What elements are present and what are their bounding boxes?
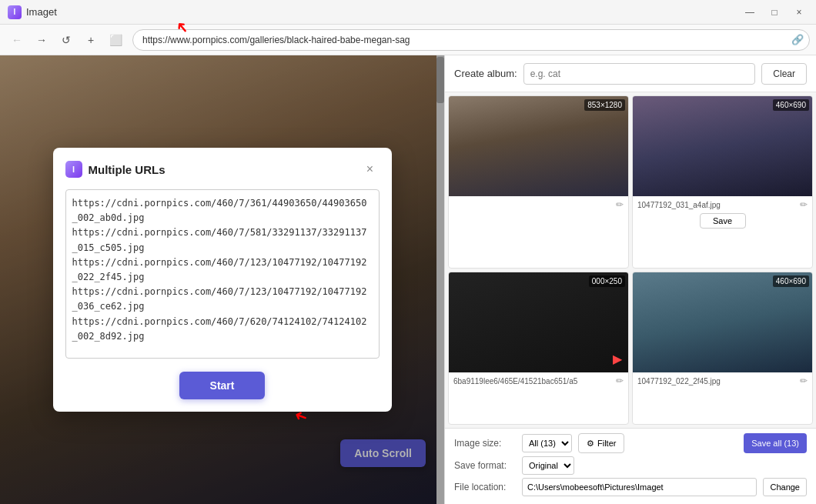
image-size-label: Image size: (454, 438, 516, 449)
app-title: Imaget (26, 6, 57, 18)
save-button[interactable]: Save (700, 213, 746, 229)
modal-overlay: I Multiple URLs × Start ➜ (0, 55, 444, 504)
image-size-select[interactable]: All (13) (522, 434, 572, 452)
image-thumbnail: 000×250 ▶ (449, 272, 628, 372)
browser-panel: Auto Scroll I Multiple URLs × Start ➜ (0, 55, 444, 504)
nav-bar: ← → ↺ + ⬜ ➜ 🔗 (0, 25, 816, 55)
file-location-row: File location: Change (454, 478, 807, 496)
minimize-button[interactable]: — (741, 3, 759, 22)
image-card: 460×690 10477192_022_2f45.jpg ✏ (632, 272, 813, 425)
edit-icon[interactable]: ✏ (800, 199, 808, 210)
save-format-select[interactable]: Original (522, 456, 574, 475)
create-album-bar: Create album: Clear (445, 55, 816, 92)
file-location-label: File location: (454, 482, 516, 492)
start-button[interactable]: Start (179, 372, 266, 399)
filter-icon: ⚙ (587, 439, 594, 449)
change-button[interactable]: Change (763, 478, 807, 496)
thumbnail-image (449, 272, 628, 372)
edit-icon[interactable]: ✏ (616, 375, 624, 386)
image-filename: 10477192_022_2f45.jpg (637, 377, 797, 386)
image-thumbnail: 853×1280 (449, 96, 628, 196)
refresh-button[interactable]: ↺ (55, 29, 77, 51)
maximize-button[interactable]: □ (765, 3, 784, 22)
image-info: 10477192_022_2f45.jpg ✏ (633, 372, 812, 389)
urls-textarea[interactable] (65, 189, 380, 359)
url-bar-container: 🔗 (132, 29, 810, 51)
bottom-controls: Image size: All (13) ⚙ Filter Save all (… (445, 428, 816, 504)
red-arrow-start: ➜ (292, 406, 310, 428)
image-filename: 10477192_031_a4af.jpg (637, 201, 797, 209)
file-location-input[interactable] (522, 478, 757, 496)
image-card: 853×1280 ✏ (448, 95, 629, 269)
play-icon: ▶ (613, 352, 622, 366)
save-format-label: Save format: (454, 460, 516, 471)
create-album-label: Create album: (454, 68, 517, 79)
image-filename: 6ba9119lee6/465E/41521bac651/a5 (453, 377, 613, 386)
edit-icon[interactable]: ✏ (616, 199, 624, 210)
modal-icon: I (65, 161, 82, 178)
image-badge: 460×690 (773, 275, 809, 287)
window-controls: — □ × (741, 3, 808, 22)
image-size-row: Image size: All (13) ⚙ Filter Save all (… (454, 433, 807, 453)
modal-footer: Start ➜ (65, 372, 380, 399)
modal-title: Multiple URLs (89, 163, 166, 176)
album-input[interactable] (523, 63, 756, 85)
back-button[interactable]: ← (6, 29, 28, 51)
edit-icon[interactable]: ✏ (800, 375, 808, 386)
right-panel: Create album: Clear 853×1280 ✏ (444, 55, 816, 504)
forward-button[interactable]: → (31, 29, 52, 51)
app-icon: I (8, 5, 22, 19)
image-card: 000×250 ▶ 6ba9119lee6/465E/41521bac651/a… (448, 272, 629, 425)
filter-button[interactable]: ⚙ Filter (578, 433, 624, 453)
modal-header: I Multiple URLs × (65, 160, 380, 179)
title-bar: I Imaget — □ × (0, 0, 816, 25)
image-info: 10477192_031_a4af.jpg ✏ (633, 196, 812, 213)
thumbnail-image (633, 272, 812, 372)
close-button[interactable]: × (790, 3, 808, 22)
modal-close-button[interactable]: × (361, 160, 380, 179)
thumbnail-image (449, 96, 628, 196)
share-icon[interactable]: 🔗 (791, 34, 804, 45)
new-tab-button[interactable]: + (80, 29, 102, 51)
save-format-row: Save format: Original (454, 456, 807, 475)
image-info: 6ba9119lee6/465E/41521bac651/a5 ✏ (449, 372, 628, 389)
image-info: ✏ (449, 196, 628, 213)
url-input[interactable] (132, 29, 810, 51)
image-badge: 853×1280 (584, 99, 625, 111)
clear-button[interactable]: Clear (761, 63, 807, 85)
main-layout: Auto Scroll I Multiple URLs × Start ➜ (0, 55, 816, 504)
multiple-urls-modal: I Multiple URLs × Start ➜ (53, 148, 392, 412)
image-badge: 000×250 (589, 275, 625, 287)
image-card: 460×690 10477192_031_a4af.jpg ✏ Save (632, 95, 813, 269)
thumbnail-image (633, 96, 812, 196)
image-badge: 460×690 (773, 99, 809, 111)
image-thumbnail: 460×690 (633, 272, 812, 372)
save-all-button[interactable]: Save all (13) (744, 433, 807, 453)
image-thumbnail: 460×690 (633, 96, 812, 196)
images-grid: 853×1280 ✏ 460×690 10477192_031_a4af.jpg… (445, 92, 816, 428)
browser-background: Auto Scroll I Multiple URLs × Start ➜ (0, 55, 444, 504)
browser-button[interactable]: ⬜ (105, 29, 126, 51)
